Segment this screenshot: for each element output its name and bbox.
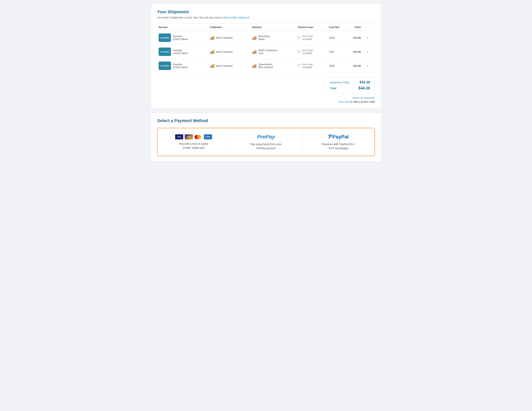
collection-info: 🚚 Bulk Collection [210,49,245,54]
card-icons: VISA VISA AMEX [175,134,212,140]
shield-icon: 🛡 [297,36,301,40]
transit-cover-text: No Cover Included [303,49,313,55]
service-info: asendia Asendia e-PAQ Select [159,48,202,56]
service-info: asendia Asendia e-PAQ Select [159,33,202,42]
shipment-total-row: Shipment Total $44.30 [330,79,370,85]
delivery-truck-icon: 🚚 [252,63,257,68]
shipments-table: Service Collection Delivery Transit Cove… [157,24,375,73]
delivery-info: 🚚 Queenstown New Zealand [252,63,290,69]
collection-info: 🚚 Bulk Collection [210,35,245,40]
col-collection: Collection [208,24,250,31]
shipment-price: $10.50 [347,59,362,73]
prepay-option-label: Pay using funds from yourPrePay account [250,142,282,150]
shipment-total-label: Shipment Total [330,81,349,84]
table-row: asendia Asendia e-PAQ Select 🚚 Bulk Coll… [157,45,375,59]
remove-shipment-button[interactable]: ✕ [365,50,370,54]
remove-shipment-button[interactable]: ✕ [365,64,370,68]
delivery-info: 🚚 Barcelona Spain [252,35,290,40]
delivery-truck-icon: 🚚 [252,35,257,40]
col-service: Service [157,24,208,31]
remove-shipment-button[interactable]: ✕ [365,36,370,39]
prepay-logo: PrePay [257,134,275,140]
delivery-city: Barcelona [258,35,270,38]
collection-info: 🚚 Bulk Collection [210,63,245,68]
shipments-title: Your Shipments [157,10,375,14]
transit-cover-text: No Cover Included [303,63,313,69]
visa-classic-icon: VISA [175,134,183,140]
total-row: Total $44.30 [330,85,370,91]
transit-info: 🛡 No Cover Included [297,63,322,69]
service-logo: asendia [159,48,171,56]
mastercard-icon [194,134,203,140]
card-payment-option[interactable]: VISA VISA AMEX Pay with a new or savedCr… [158,128,230,156]
delete-all-link[interactable]: Delete all shipments [352,97,375,99]
service-logo: asendia [159,33,171,42]
delivery-city: North Charleston [258,49,277,52]
service-name: Asendia e-PAQ Select [173,49,188,55]
table-row: asendia Asendia e-PAQ Select 🚚 Bulk Coll… [157,59,375,73]
payment-title: Select a Payment Method [157,118,375,123]
col-transit-cover: Transit Cover [296,24,327,31]
service-name: Asendia e-PAQ Select [173,63,188,69]
delivery-truck-icon: 🚚 [252,49,257,54]
transit-info: 🛡 No Cover Included [297,49,322,55]
paypal-logo: 𝓟 PayPal [328,134,349,140]
truck-icon: 🚚 [210,63,215,68]
payment-options: VISA VISA AMEX Pay with a new or savedCr… [157,128,375,156]
cust-ref: 1557 [327,45,347,59]
col-cust-ref: Cust Ref [327,24,347,31]
truck-icon: 🚚 [210,35,215,40]
service-name: Asendia e-PAQ Select [173,35,188,40]
shipments-card: Your Shipments You have 3 shipments in y… [151,4,381,109]
delivery-info: 🚚 North Charleston USA [252,49,290,55]
totals-box: Shipment Total $44.30 Total $44.30 [325,77,375,94]
amex-icon: AMEX [204,134,212,140]
paypal-option[interactable]: 𝓟 PayPal Checkout with PayPal (2% +GST S… [302,128,374,156]
col-price: Price [347,24,362,31]
delivery-country: USA [258,52,277,55]
collection-type: Bulk Collection [216,50,233,53]
shipment-price: $13.85 [347,45,362,59]
shipment-price: $19.95 [347,31,362,45]
paypal-option-label: Checkout with PayPal (2% +GST Surcharge) [321,142,355,150]
delivery-country: New Zealand [258,66,273,69]
paypal-text: PayPal [332,134,349,140]
cust-ref: 1558 [327,59,347,73]
table-row: asendia Asendia e-PAQ Select 🚚 Bulk Coll… [157,31,375,45]
delivery-city: Queenstown [258,63,273,66]
col-delivery: Delivery [250,24,296,31]
shield-icon: 🛡 [297,64,301,68]
totals-section: Shipment Total $44.30 Total $44.30 [157,77,375,94]
delivery-country: Spain [258,38,270,40]
shipments-subtitle: You have 3 shipments in your cart. You c… [157,16,375,19]
truck-icon: 🚚 [210,49,215,54]
service-logo: asendia [159,61,171,70]
add-shipment-link[interactable]: add another shipment [223,16,249,19]
transit-cover-text: No Cover Included [303,35,313,40]
prepay-option[interactable]: PrePay Pay using funds from yourPrePay a… [230,128,302,156]
footer-links: Delete all shipments Click here to add a… [157,96,375,103]
visa-debit-icon: VISA [185,134,193,140]
cust-ref: 1559 [327,31,347,45]
transit-info: 🛡 No Cover Included [297,35,322,40]
total-label: Total [330,87,336,90]
total-amount: $44.30 [358,86,370,90]
collection-type: Bulk Collection [216,64,233,67]
shipment-total-amount: $44.30 [360,80,370,84]
collection-type: Bulk Collection [216,36,233,39]
promo-link[interactable]: Click here [338,100,350,103]
card-option-label: Pay with a new or savedCredit / Debit ca… [179,142,208,150]
paypal-p-icon: 𝓟 [328,134,332,140]
payment-card: Select a Payment Method VISA VISA AMEX P… [151,113,381,162]
shield-icon: 🛡 [297,50,301,54]
service-info: asendia Asendia e-PAQ Select [159,61,202,70]
